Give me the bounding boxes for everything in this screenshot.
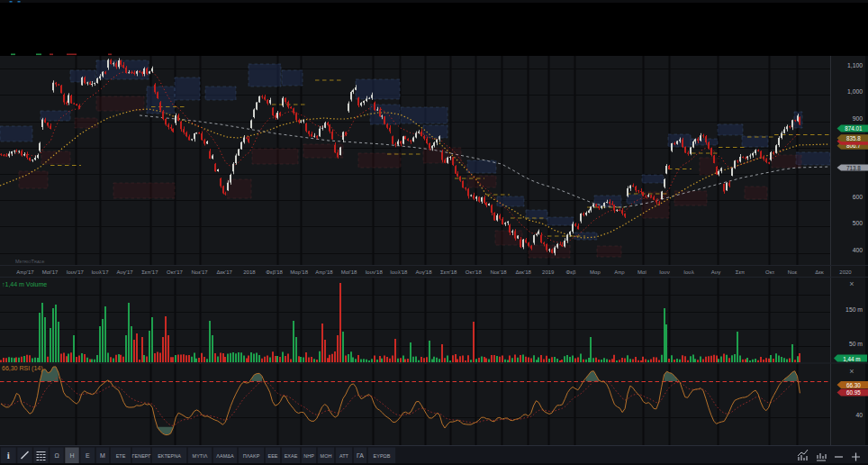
svg-text:874.01: 874.01 — [845, 125, 863, 132]
svg-text:Αυγ: Αυγ — [711, 269, 720, 275]
svg-text:ΕΧΑΕ: ΕΧΑΕ — [285, 453, 298, 459]
svg-text:2019: 2019 — [542, 269, 555, 275]
svg-text:ΕΕΕ: ΕΕΕ — [267, 453, 277, 459]
svg-text:Ιουν'18: Ιουν'18 — [366, 269, 384, 275]
svg-text:Νοε'17: Νοε'17 — [192, 269, 209, 275]
svg-text:ΜΟΗ: ΜΟΗ — [321, 453, 332, 459]
svg-text:Νοε: Νοε — [788, 269, 798, 275]
svg-text:600: 600 — [853, 194, 863, 200]
svg-text:Σεπ'18: Σεπ'18 — [440, 269, 457, 275]
svg-text:ΕΥΡΩΒ: ΕΥΡΩΒ — [374, 453, 391, 459]
svg-text:900: 900 — [853, 115, 863, 122]
svg-text:150 m: 150 m — [845, 306, 863, 313]
svg-text:Δεκ'17: Δεκ'17 — [216, 269, 232, 275]
svg-text:Σεπ: Σεπ — [736, 269, 746, 275]
svg-text:Μαρ: Μαρ — [590, 269, 601, 275]
svg-text:Οκτ'18: Οκτ'18 — [466, 269, 483, 275]
svg-text:i: i — [7, 450, 10, 460]
svg-text:×: × — [849, 279, 854, 288]
svg-text:Μαϊ'18: Μαϊ'18 — [341, 269, 357, 275]
svg-text:ΕΚΤΕΡΝΑ: ΕΚΤΕΡΝΑ — [158, 453, 181, 459]
svg-text:Δεκ'18: Δεκ'18 — [515, 269, 531, 275]
svg-text:400: 400 — [853, 247, 863, 253]
svg-text:Σεπ'17: Σεπ'17 — [141, 269, 158, 275]
svg-text:713.8: 713.8 — [846, 165, 861, 171]
svg-text:Ε: Ε — [86, 452, 90, 459]
svg-text:Δεκ: Δεκ — [815, 269, 825, 275]
svg-text:500: 500 — [853, 220, 863, 226]
svg-text:Απρ: Απρ — [614, 269, 625, 275]
svg-text:Νοε'18: Νοε'18 — [490, 269, 507, 275]
svg-text:↑1,44 m Volume: ↑1,44 m Volume — [2, 281, 47, 287]
svg-text:Μ: Μ — [100, 452, 105, 459]
svg-text:ΓΑ: ΓΑ — [357, 452, 364, 459]
svg-text:METRIOTRADE: METRIOTRADE — [15, 259, 45, 264]
svg-text:Απρ'17: Απρ'17 — [16, 269, 34, 275]
svg-text:Μαρ'18: Μαρ'18 — [290, 269, 308, 275]
svg-text:Ιουλ: Ιουλ — [683, 269, 693, 275]
svg-text:Αυγ'18: Αυγ'18 — [415, 269, 432, 275]
svg-text:66.30: 66.30 — [846, 382, 861, 388]
svg-text:66,30 RSI (14): 66,30 RSI (14) — [2, 365, 43, 372]
svg-text:ΑΤΤ: ΑΤΤ — [339, 453, 349, 459]
svg-text:Φεβ: Φεβ — [566, 269, 576, 275]
svg-text:ΛΑΜΔΑ: ΛΑΜΔΑ — [216, 453, 234, 459]
svg-text:ΝΗΡ: ΝΗΡ — [303, 453, 314, 459]
svg-text:Ιουν: Ιουν — [659, 269, 669, 275]
svg-text:ΜΥΤΙΛ: ΜΥΤΙΛ — [193, 453, 208, 459]
svg-text:1,44 m: 1,44 m — [843, 356, 860, 362]
svg-text:Ω: Ω — [54, 452, 59, 459]
svg-text:ΠΛΑΚΡ: ΠΛΑΚΡ — [243, 453, 260, 459]
svg-text:Ιουλ'18: Ιουλ'18 — [390, 269, 408, 275]
svg-text:Οκτ: Οκτ — [765, 269, 775, 275]
svg-text:Αυγ'17: Αυγ'17 — [117, 269, 134, 275]
svg-text:1,000: 1,000 — [847, 88, 863, 95]
svg-text:ΓΕΝΕΡΓ: ΓΕΝΕΡΓ — [131, 453, 150, 459]
svg-text:Φεβ'18: Φεβ'18 — [266, 269, 283, 275]
svg-text:Ιουλ'17: Ιουλ'17 — [91, 269, 109, 275]
svg-text:Απρ'18: Απρ'18 — [315, 269, 333, 275]
svg-text:Ιουν'17: Ιουν'17 — [67, 269, 85, 275]
svg-text:50 m: 50 m — [849, 341, 863, 347]
svg-text:835.8: 835.8 — [846, 135, 861, 141]
svg-text:Μαϊ: Μαϊ — [637, 269, 646, 275]
svg-text:40: 40 — [855, 412, 863, 418]
svg-text:Μαϊ'17: Μαϊ'17 — [42, 269, 59, 275]
svg-text:Η: Η — [69, 452, 74, 459]
svg-text:60.95: 60.95 — [846, 389, 861, 396]
svg-text:2018: 2018 — [243, 269, 256, 275]
svg-text:1,100: 1,100 — [847, 62, 863, 68]
svg-text:Οκτ'17: Οκτ'17 — [167, 269, 184, 275]
svg-text:×: × — [849, 367, 854, 376]
svg-text:2020: 2020 — [839, 269, 852, 275]
svg-text:ΕΤΕ: ΕΤΕ — [116, 453, 126, 459]
